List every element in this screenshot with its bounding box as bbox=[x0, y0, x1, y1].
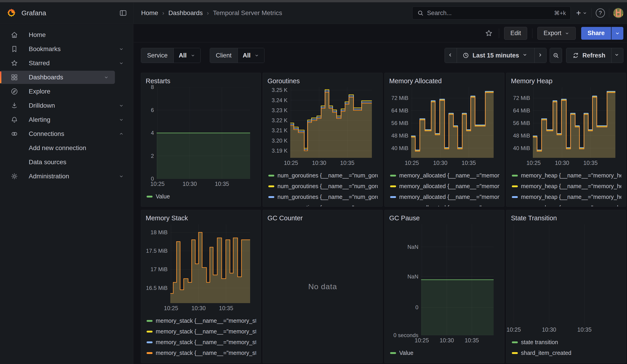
panel-title[interactable]: Memory Stack bbox=[146, 215, 256, 221]
export-button[interactable]: Export bbox=[537, 27, 576, 40]
sidebar-item-starred[interactable]: Starred bbox=[0, 56, 130, 70]
client-variable-select[interactable]: All bbox=[238, 48, 264, 63]
sidebar-item-connections[interactable]: Connections bbox=[0, 127, 130, 141]
legend-item[interactable]: num_goroutines {__name__="num_gorou bbox=[267, 170, 378, 181]
time-range-picker[interactable]: Last 15 minutes bbox=[457, 48, 534, 63]
panel-title[interactable]: Goroutines bbox=[267, 78, 378, 84]
sidebar-item-alerting[interactable]: Alerting bbox=[0, 113, 130, 126]
help-button[interactable]: ? bbox=[596, 8, 605, 18]
chevron-down-icon bbox=[522, 52, 529, 59]
help-icon: ? bbox=[599, 10, 602, 16]
sidebar-item-bookmarks[interactable]: Bookmarks bbox=[0, 42, 130, 56]
breadcrumb-home[interactable]: Home bbox=[141, 9, 158, 17]
time-shift-back-button[interactable] bbox=[445, 48, 457, 63]
y-axis-tick: 4 bbox=[151, 130, 154, 136]
legend-label: num_goroutines {__name__="num_gorou bbox=[277, 204, 378, 207]
panel-title[interactable]: Memory Allocated bbox=[389, 78, 500, 84]
legend-item[interactable]: memory_allocated {__name__="memory bbox=[389, 202, 500, 207]
panel-title[interactable]: State Transition bbox=[511, 215, 621, 221]
plot-area[interactable] bbox=[157, 87, 250, 179]
legend-item[interactable]: state transition bbox=[511, 337, 621, 348]
legend-item[interactable]: memory_stack {__name__="memory_sta bbox=[146, 348, 256, 358]
edit-button[interactable]: Edit bbox=[504, 27, 527, 40]
legend-item[interactable]: memory_stack {__name__="memory_sta bbox=[146, 315, 256, 326]
chevron-down-icon[interactable] bbox=[119, 103, 124, 108]
user-avatar[interactable] bbox=[613, 8, 623, 18]
y-axis-tick: 0 bbox=[416, 304, 418, 311]
x-axis-labels: 10:2510:3010:35 bbox=[513, 324, 615, 333]
chevron-up-icon[interactable] bbox=[119, 131, 124, 137]
plot-area[interactable] bbox=[421, 224, 494, 335]
legend-item[interactable]: memory_heap {__name__="memory_heap bbox=[511, 170, 621, 181]
chevron-down-icon[interactable] bbox=[119, 46, 124, 52]
refresh-button[interactable]: Refresh bbox=[566, 48, 611, 63]
legend-item[interactable]: memory_allocated {__name__="memory bbox=[389, 181, 500, 192]
bookmark-icon bbox=[10, 45, 18, 53]
y-axis-tick: 3.25 K bbox=[272, 87, 288, 93]
share-menu-button[interactable] bbox=[612, 27, 623, 40]
apps-icon bbox=[10, 73, 18, 81]
plot-area[interactable] bbox=[533, 87, 615, 158]
panel-gc-pause: GC PauseNaNNaN00 seconds10:2510:3010:35V… bbox=[384, 210, 504, 363]
legend-item[interactable]: shard_item_created bbox=[511, 348, 621, 358]
plot-area[interactable] bbox=[411, 87, 494, 158]
sidebar-item-add-new-connection[interactable]: Add new connection bbox=[0, 141, 130, 155]
plot-area[interactable] bbox=[290, 87, 372, 158]
y-axis-tick: 3.22 K bbox=[272, 117, 288, 124]
zoom-out-button[interactable] bbox=[550, 48, 562, 63]
service-variable-select[interactable]: All bbox=[173, 48, 200, 63]
search-input[interactable]: Search... ⌘+k bbox=[412, 6, 571, 20]
favorite-star-button[interactable] bbox=[484, 28, 494, 38]
legend-item[interactable]: num_goroutines {__name__="num_gorou bbox=[267, 181, 378, 192]
dock-sidebar-icon[interactable] bbox=[119, 8, 128, 18]
panel-title[interactable]: Memory Heap bbox=[511, 78, 621, 84]
y-axis-labels: 18 MiB17.5 MiB17 MiB16.5 MiB bbox=[146, 224, 170, 303]
plus-icon: + bbox=[576, 9, 581, 17]
share-button[interactable]: Share bbox=[581, 27, 611, 40]
legend-item[interactable]: Value bbox=[146, 191, 256, 202]
chevron-down-icon[interactable] bbox=[119, 60, 124, 66]
legend-item[interactable]: num_goroutines {__name__="num_gorou bbox=[267, 192, 378, 202]
x-axis-labels: 10:2510:3010:35 bbox=[421, 335, 494, 344]
y-axis-labels: 3.25 K3.24 K3.23 K3.22 K3.21 K3.20 K3.19… bbox=[267, 87, 290, 158]
sidebar-item-administration[interactable]: Administration bbox=[0, 170, 130, 183]
chevron-down-icon[interactable] bbox=[119, 174, 124, 179]
y-axis-tick: 56 MiB bbox=[513, 120, 530, 126]
breadcrumb: Home › Dashboards › Temporal Server Metr… bbox=[141, 9, 282, 17]
legend-item[interactable]: memory_heap {__name__="memory_heap bbox=[511, 181, 621, 192]
legend-item[interactable]: Value bbox=[389, 348, 500, 358]
chart-plot-row: 86420 bbox=[146, 87, 256, 179]
legend-item[interactable]: num_goroutines {__name__="num_gorou bbox=[267, 202, 378, 207]
legend-item[interactable]: memory_allocated {__name__="memory bbox=[389, 170, 500, 181]
breadcrumb-dashboards[interactable]: Dashboards bbox=[168, 9, 203, 17]
refresh-interval-button[interactable] bbox=[611, 48, 623, 63]
legend-item[interactable]: memory_heap {__name__="memory_heap bbox=[511, 192, 621, 202]
chart-legend: memory_heap {__name__="memory_heapmemory… bbox=[511, 170, 621, 207]
legend-item[interactable]: memory_heap {__name__="memory_heap bbox=[511, 202, 621, 207]
legend-item[interactable]: memory_stack {__name__="memory_sta bbox=[146, 337, 256, 348]
connections-icon bbox=[10, 130, 18, 138]
plot-area[interactable] bbox=[513, 224, 615, 324]
sidebar-item-data-sources[interactable]: Data sources bbox=[0, 156, 130, 169]
add-new-button[interactable]: + bbox=[576, 9, 587, 17]
legend-item[interactable]: memory_stack {__name__="memory_sta bbox=[146, 326, 256, 337]
sidebar-item-home[interactable]: Home bbox=[0, 28, 130, 42]
window-top-strip bbox=[0, 0, 627, 2]
y-axis-tick: 3.23 K bbox=[272, 107, 288, 113]
legend-swatch bbox=[147, 320, 153, 322]
legend-item[interactable]: memory_allocated {__name__="memory bbox=[389, 192, 500, 202]
active-accent-bar bbox=[0, 71, 1, 83]
no-data-message: No data bbox=[263, 210, 382, 363]
sidebar-item-explore[interactable]: Explore bbox=[0, 85, 130, 98]
legend-label: memory_allocated {__name__="memory bbox=[399, 183, 500, 190]
plot-area[interactable] bbox=[170, 224, 250, 303]
panel-title[interactable]: GC Pause bbox=[389, 215, 500, 221]
sidebar-item-dashboards[interactable]: Dashboards bbox=[0, 71, 115, 84]
clock-icon bbox=[462, 52, 469, 59]
panel-title[interactable]: Restarts bbox=[146, 78, 256, 84]
chevron-down-icon[interactable] bbox=[119, 117, 124, 122]
panel-memory-heap: Memory Heap72 MiB64 MiB56 MiB48 MiB40 Mi… bbox=[506, 73, 626, 207]
chevron-down-icon[interactable] bbox=[104, 75, 109, 80]
sidebar-item-drilldown[interactable]: Drilldown bbox=[0, 99, 130, 112]
time-shift-forward-button[interactable] bbox=[534, 48, 546, 63]
